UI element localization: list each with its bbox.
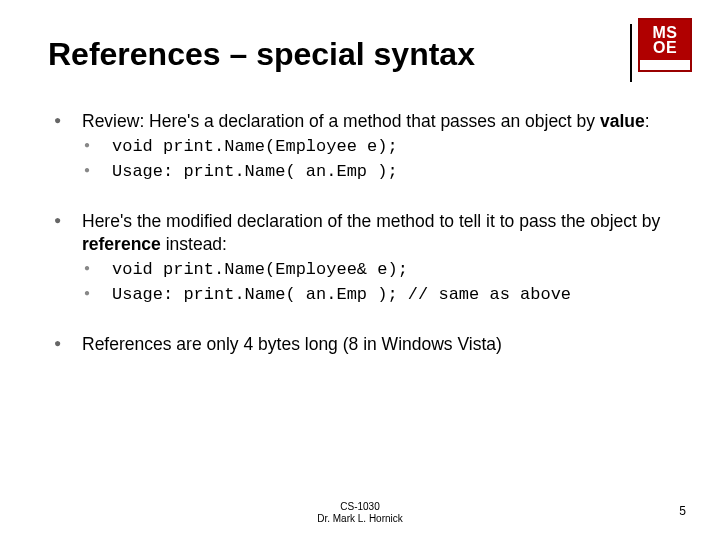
logo-text: MS OE (640, 20, 690, 60)
slide-footer: CS-1030 Dr. Mark L. Hornick (0, 501, 720, 525)
bullet-1-post: : (645, 111, 650, 131)
msoe-logo: MS OE (638, 18, 692, 72)
bullet-1-pre: Review: Here's a declaration of a method… (82, 111, 600, 131)
bullet-1-sub-2: Usage: print.Name( an.Emp ); (82, 161, 690, 184)
logo-line-2: OE (653, 40, 677, 55)
logo-line-1: MS (653, 25, 678, 40)
page-number: 5 (679, 504, 686, 518)
slide-title: References – special syntax (48, 36, 475, 73)
logo-base (640, 60, 690, 70)
bullet-2-sub-2: Usage: print.Name( an.Emp ); // same as … (82, 284, 690, 307)
bullet-2-sub-1: void print.Name(Employee& e); (82, 259, 690, 282)
bullet-3: References are only 4 bytes long (8 in W… (52, 333, 690, 357)
bullet-3-text: References are only 4 bytes long (8 in W… (82, 334, 502, 354)
footer-course: CS-1030 (0, 501, 720, 513)
bullet-1: Review: Here's a declaration of a method… (52, 110, 690, 184)
footer-instructor: Dr. Mark L. Hornick (0, 513, 720, 525)
bullet-1-sub-1: void print.Name(Employee e); (82, 136, 690, 159)
bullet-2-pre: Here's the modified declaration of the m… (82, 211, 660, 231)
bullet-2-post: instead: (161, 234, 227, 254)
slide: MS OE References – special syntax Review… (0, 0, 720, 540)
slide-content: Review: Here's a declaration of a method… (52, 110, 690, 382)
vertical-separator (630, 24, 632, 82)
bullet-1-bold: value (600, 111, 645, 131)
bullet-2-bold: reference (82, 234, 161, 254)
bullet-2: Here's the modified declaration of the m… (52, 210, 690, 307)
